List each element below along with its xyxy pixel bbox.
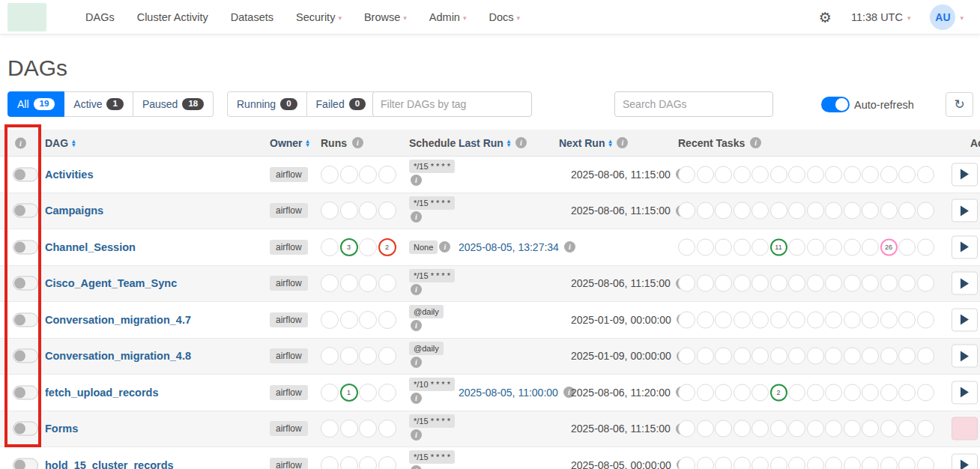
- dag-pause-toggle[interactable]: [13, 240, 38, 254]
- task-state-circle[interactable]: [678, 456, 695, 469]
- task-state-circle[interactable]: [715, 348, 732, 365]
- trigger-dag-button[interactable]: [952, 381, 978, 404]
- task-state-circle[interactable]: [697, 311, 714, 328]
- run-state-circle[interactable]: [359, 456, 377, 469]
- task-state-circle[interactable]: [715, 420, 732, 438]
- run-state-circle[interactable]: [340, 347, 358, 365]
- run-state-circle[interactable]: [378, 384, 396, 402]
- task-state-circle[interactable]: [917, 420, 934, 438]
- task-state-circle[interactable]: [788, 384, 805, 401]
- owner-badge[interactable]: airflow: [270, 421, 308, 436]
- task-state-circle[interactable]: [880, 420, 898, 438]
- task-state-circle[interactable]: [734, 456, 751, 469]
- run-state-circle[interactable]: [359, 347, 377, 365]
- tag-filter-input[interactable]: [372, 91, 532, 117]
- dag-name-link[interactable]: Activities: [45, 169, 93, 181]
- filter-button-active[interactable]: Active1: [64, 91, 133, 117]
- task-state-circle[interactable]: [862, 348, 879, 365]
- task-state-circle[interactable]: [788, 238, 805, 255]
- task-state-circle[interactable]: [678, 348, 695, 365]
- task-state-circle[interactable]: [751, 420, 769, 438]
- task-state-circle[interactable]: [697, 456, 714, 469]
- task-state-circle[interactable]: [788, 348, 805, 365]
- filter-button-all[interactable]: All19: [7, 91, 64, 117]
- avatar[interactable]: AU: [930, 4, 955, 30]
- trigger-dag-button[interactable]: [952, 308, 978, 331]
- task-state-circle[interactable]: [770, 456, 787, 469]
- task-state-circle[interactable]: [898, 456, 916, 469]
- airflow-logo[interactable]: [7, 3, 46, 31]
- nav-item-datasets[interactable]: Datasets: [231, 11, 273, 23]
- task-state-circle[interactable]: [862, 202, 879, 220]
- task-state-circle[interactable]: [678, 384, 695, 401]
- task-state-circle[interactable]: [715, 384, 732, 401]
- task-state-circle[interactable]: [825, 238, 842, 255]
- run-state-circle[interactable]: [378, 166, 396, 184]
- run-state-circle[interactable]: [340, 274, 358, 292]
- task-state-circle[interactable]: [844, 311, 861, 328]
- owner-badge[interactable]: airflow: [270, 348, 308, 363]
- run-state-circle[interactable]: [378, 347, 396, 365]
- last-run-link[interactable]: 2025-08-05, 11:00:00: [459, 387, 558, 399]
- header-dag[interactable]: DAG ▴▾: [45, 137, 75, 149]
- task-state-circle[interactable]: [788, 275, 805, 292]
- task-state-circle[interactable]: [880, 202, 898, 220]
- dag-name-link[interactable]: Cisco_Agent_Team_Sync: [45, 277, 177, 289]
- dag-pause-toggle[interactable]: [13, 422, 38, 436]
- trigger-dag-button[interactable]: [952, 417, 978, 441]
- run-state-circle[interactable]: [321, 347, 339, 365]
- task-state-circle[interactable]: [898, 275, 916, 292]
- nav-item-dags[interactable]: DAGs: [85, 11, 115, 23]
- task-state-circle[interactable]: [734, 348, 751, 365]
- dag-pause-toggle[interactable]: [13, 312, 38, 327]
- run-state-circle[interactable]: [321, 238, 339, 256]
- nav-item-security[interactable]: Security▾: [296, 11, 342, 23]
- task-state-circle[interactable]: [807, 420, 824, 438]
- task-state-circle[interactable]: [678, 275, 695, 292]
- task-state-circle[interactable]: [751, 166, 769, 183]
- trigger-dag-button[interactable]: [952, 272, 978, 295]
- dag-pause-toggle[interactable]: [13, 349, 38, 363]
- user-menu[interactable]: AU ▾: [930, 4, 964, 30]
- trigger-dag-button[interactable]: [952, 453, 978, 469]
- task-state-circle[interactable]: [898, 238, 916, 255]
- task-state-circle[interactable]: [825, 420, 842, 438]
- task-state-circle[interactable]: [770, 348, 787, 365]
- task-state-circle[interactable]: [788, 456, 805, 469]
- task-state-circle[interactable]: [697, 384, 714, 401]
- task-state-circle[interactable]: [825, 456, 842, 469]
- task-state-circle[interactable]: [734, 166, 751, 183]
- task-state-circle[interactable]: [880, 166, 898, 183]
- task-state-circle[interactable]: [862, 275, 879, 292]
- run-state-circle[interactable]: 1: [340, 384, 358, 402]
- task-state-circle[interactable]: [825, 384, 842, 401]
- run-state-circle[interactable]: [359, 420, 377, 438]
- task-state-circle[interactable]: [917, 348, 934, 365]
- task-state-circle[interactable]: [825, 275, 842, 292]
- task-state-circle[interactable]: [751, 348, 769, 365]
- task-state-circle[interactable]: [917, 311, 934, 328]
- trigger-dag-button[interactable]: [952, 235, 978, 258]
- task-state-circle[interactable]: [898, 420, 916, 438]
- task-state-circle[interactable]: [697, 166, 714, 183]
- task-state-circle[interactable]: [825, 166, 842, 183]
- task-state-circle[interactable]: [880, 384, 898, 401]
- task-state-circle[interactable]: 26: [880, 238, 898, 255]
- dag-pause-toggle[interactable]: [13, 458, 38, 469]
- run-state-circle[interactable]: [340, 456, 358, 469]
- run-state-circle[interactable]: [378, 274, 396, 292]
- owner-badge[interactable]: airflow: [270, 276, 308, 291]
- task-state-circle[interactable]: [917, 238, 934, 255]
- filter-button-running[interactable]: Running0: [227, 91, 307, 117]
- run-state-circle[interactable]: [321, 202, 339, 220]
- task-state-circle[interactable]: [807, 348, 824, 365]
- dag-name-link[interactable]: Channel_Session: [45, 241, 136, 253]
- run-state-circle[interactable]: [359, 311, 377, 329]
- task-state-circle[interactable]: [917, 456, 934, 469]
- dag-name-link[interactable]: fetch_upload_records: [45, 387, 159, 399]
- task-state-circle[interactable]: [844, 238, 861, 255]
- nav-item-cluster-activity[interactable]: Cluster Activity: [137, 11, 208, 23]
- task-state-circle[interactable]: [697, 420, 714, 438]
- trigger-dag-button[interactable]: [952, 345, 978, 368]
- task-state-circle[interactable]: [825, 202, 842, 220]
